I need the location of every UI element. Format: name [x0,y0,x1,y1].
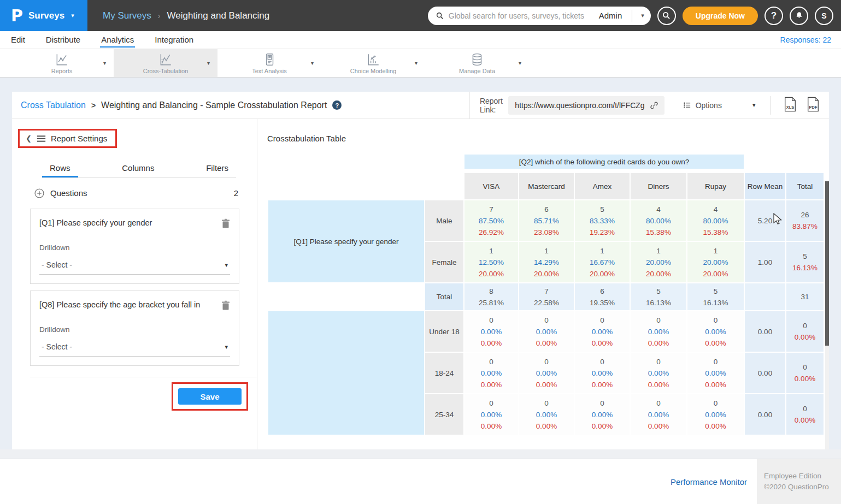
crosstab-cell: 00.00%0.00% [575,394,630,435]
tool-reports[interactable]: Reports ▾ [10,49,114,77]
delete-question-button[interactable] [221,218,230,230]
performance-monitor-link[interactable]: Performance Monitor [671,477,747,487]
report-url-box[interactable]: https://www.questionpro.com/t/lFFCZg [508,96,664,115]
spacer-cell [268,155,463,169]
report-link-label: Report Link: [480,97,503,114]
line-chart-icon [55,52,69,67]
crosstab-cell: 112.50%20.00% [464,242,518,282]
chevron-down-icon: ▾ [225,343,228,351]
crosstab-cell: 00.00%0.00% [575,311,630,352]
choice-modelling-icon [366,52,380,67]
save-button[interactable]: Save [178,388,242,405]
row-group-label [268,311,424,435]
analytics-toolbar: Reports ▾ Cross-Tabulation ▾ Text Analys… [0,49,841,78]
chevron-down-icon[interactable]: ▾ [519,60,521,66]
column-header: VISA [464,173,518,199]
tool-label: Reports [51,68,73,74]
nav-distribute[interactable]: Distribute [45,32,81,48]
crosstab-cell: 480.00%15.38% [687,200,744,241]
database-icon [470,52,484,67]
responses-count[interactable]: Responses: 22 [780,35,831,44]
row-group-label: [Q1] Please specify your gender [268,200,424,282]
spacer [0,78,841,92]
row-mean-cell: 0.00 [745,353,785,393]
tool-cross-tabulation[interactable]: Cross-Tabulation ▾ [114,49,217,77]
survey-nav: Edit Distribute Analytics Integration Re… [0,31,841,49]
search-scope-label[interactable]: Admin [599,11,628,20]
chevron-down-icon[interactable]: ▾ [103,60,106,66]
tab-filters[interactable]: Filters [198,160,236,177]
row-mean-header: Row Mean [745,173,785,199]
scrollbar-thumb[interactable] [825,181,829,346]
text-analysis-icon [262,52,277,67]
tab-rows[interactable]: Rows [42,160,78,177]
cross-tab-chart-icon [158,52,173,67]
breadcrumb-my-surveys[interactable]: My Surveys [103,10,151,21]
cross-tabulation-link[interactable]: Cross Tabulation [21,100,86,110]
search-button[interactable] [657,7,676,25]
add-question-icon[interactable] [34,188,45,199]
nav-integration[interactable]: Integration [154,32,195,48]
search-input[interactable] [449,11,595,20]
edition-line1: Employee Edition [764,471,841,482]
help-button[interactable]: ? [764,7,783,25]
tool-text-analysis[interactable]: Text Analysis ▾ [217,49,321,77]
drilldown-label: Drilldown [39,244,230,252]
row-total-cell: 2683.87% [786,200,824,241]
collapse-chevron-icon: ❮ [26,134,32,143]
help-icon[interactable]: ? [332,100,342,110]
chevron-down-icon[interactable]: ▾ [207,60,210,66]
tool-manage-data[interactable]: Manage Data ▾ [425,49,529,77]
mouse-cursor [772,213,783,225]
report-title: Weighting and Balancing - Sample Crossta… [101,100,327,110]
export-pdf-button[interactable]: PDF [806,96,820,115]
xls-file-icon: XLS [783,96,797,112]
avatar[interactable]: S [815,7,833,25]
spacer-cell [745,155,824,169]
questionpro-logo: P [11,6,23,25]
notifications-button[interactable] [790,7,808,25]
table-scrollbar[interactable] [825,181,829,449]
drilldown-select[interactable]: - Select - ▾ [39,341,230,357]
scope-caret-icon[interactable]: ▾ [637,12,644,19]
crosstab-cell: 00.00%0.00% [687,394,744,435]
divider [771,96,771,115]
edition-box: Employee Edition ©2020 QuestionPro [757,459,841,504]
row-total-cell: 00.00% [786,311,824,352]
options-menu[interactable]: Options ▾ [683,101,756,110]
tab-columns[interactable]: Columns [114,160,162,177]
nav-edit[interactable]: Edit [10,32,26,48]
crosstab-area: Crosstabulation Table [Q2] which of the … [257,119,829,449]
chevron-down-icon[interactable]: ▾ [311,60,314,66]
nav-analytics[interactable]: Analytics [100,32,135,48]
surveys-menu-label: Surveys [28,10,64,21]
chevron-down-icon: ▾ [225,262,228,269]
delete-question-button[interactable] [221,300,230,312]
chevron-down-icon[interactable]: ▾ [415,60,417,66]
crosstab-cell: 114.29%20.00% [519,242,574,282]
divider [30,377,257,377]
surveys-menu[interactable]: P Surveys ▾ [0,0,87,31]
export-xls-button[interactable]: XLS [783,96,797,115]
questions-label: Questions [50,188,87,198]
report-settings-toggle[interactable]: ❮ Report Settings [18,129,117,148]
drilldown-select[interactable]: - Select - ▾ [39,259,230,275]
svg-text:PDF: PDF [809,105,818,110]
upgrade-now-button[interactable]: Upgrade Now [683,7,758,25]
footer: Performance Monitor Employee Edition ©20… [0,459,841,504]
chevron-down-icon: ▾ [752,102,756,109]
column-header: Amex [575,173,630,199]
row-label: 25-34 [425,394,463,435]
settings-tabs: Rows Columns Filters [42,160,236,178]
search-icon [662,11,671,20]
crosstab-cell: 787.50%26.92% [464,200,518,241]
tool-choice-modelling[interactable]: Choice Modelling ▾ [321,49,425,77]
question-title: [Q8] Please specify the age bracket you … [39,300,221,309]
report-settings-panel: ❮ Report Settings Rows Columns Filters Q… [12,119,257,449]
crosstab-cell: 120.00%20.00% [631,242,686,282]
global-search[interactable]: Admin ▾ [428,7,651,25]
report-url[interactable]: https://www.questionpro.com/t/lFFCZg [515,101,644,110]
content-panel: Cross Tabulation > Weighting and Balanci… [12,92,829,449]
link-icon[interactable] [649,100,659,110]
row-total-cell: 00.00% [786,394,824,435]
